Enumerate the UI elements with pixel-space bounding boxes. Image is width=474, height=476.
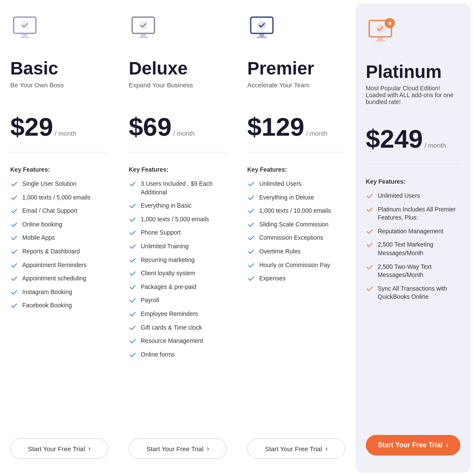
check-icon — [247, 207, 255, 215]
feature-text: Reports & Dashboard — [22, 247, 80, 256]
deluxe-price-amount: $69 — [129, 112, 172, 142]
feature-text: Unlimited Training — [141, 242, 189, 251]
feature-text: 3 Users Included , $9 Each Additional — [141, 180, 227, 196]
basic-monitor-icon — [10, 14, 44, 48]
feature-text: Email / Chat Support — [22, 207, 77, 215]
check-icon — [247, 262, 255, 269]
list-item: Commission Exceptions — [247, 234, 345, 242]
pricing-grid: BasicBe Your Own Boss$29/ monthKey Featu… — [0, 0, 474, 476]
list-item: 2,500 Two-Way Text Messages/Month — [366, 263, 460, 280]
check-icon — [247, 180, 255, 188]
check-icon — [366, 263, 373, 271]
list-item: Unlimited Users — [247, 180, 345, 188]
list-item: Everything in Basic — [129, 202, 227, 210]
feature-text: Online booking — [22, 220, 62, 229]
feature-text: Resource Management — [141, 337, 203, 345]
list-item: Reputation Management — [366, 227, 460, 236]
list-item: 2,500 Text Marketing Messages/Month — [366, 241, 460, 257]
svg-rect-5 — [141, 33, 146, 37]
basic-trial-button-label: Start Your Free Trial — [28, 445, 85, 452]
feature-text: 2,500 Text Marketing Messages/Month — [378, 241, 460, 257]
list-item: Unlimited Users — [366, 192, 460, 200]
basic-plan-tagline: Be Your Own Boss — [10, 81, 108, 98]
platinum-plan-name: Platinum — [366, 62, 460, 82]
list-item: 3 Users Included , $9 Each Additional — [129, 180, 227, 196]
list-item: Platinum Includes All Premier Features, … — [366, 205, 460, 222]
check-icon — [10, 194, 18, 202]
feature-text: 2,500 Two-Way Text Messages/Month — [378, 263, 460, 280]
list-item: Employee Reminders — [129, 310, 227, 318]
list-item: Unlimited Training — [129, 242, 227, 251]
feature-text: 1,000 texts / 10,000 emails — [259, 207, 331, 215]
deluxe-plan-tagline: Expand Your Business — [129, 81, 227, 98]
svg-rect-2 — [20, 37, 30, 38]
check-icon — [129, 297, 136, 304]
premier-trial-button[interactable]: Start Your Free Trial› — [247, 438, 345, 459]
list-item: Gift cards & Time clock — [129, 324, 227, 332]
list-item: Expenses — [247, 274, 345, 283]
list-item: Sliding Scale Commission — [247, 220, 345, 229]
premier-plan-tagline: Accelerate Your Team — [247, 81, 345, 98]
list-item: Sync All Transactions with QuickBooks On… — [366, 285, 460, 301]
check-icon — [129, 270, 136, 277]
plan-col-basic: BasicBe Your Own Boss$29/ monthKey Featu… — [0, 0, 118, 476]
feature-text: Gift cards & Time clock — [141, 324, 202, 332]
check-icon — [247, 248, 255, 256]
check-icon — [10, 248, 18, 256]
chevron-right-icon: › — [89, 445, 91, 452]
list-item: Online booking — [10, 220, 108, 229]
list-item: Mobile Apps — [10, 234, 108, 242]
check-icon — [247, 221, 255, 229]
deluxe-price-row: $69/ month — [129, 112, 227, 152]
premier-price-period: / month — [306, 130, 327, 137]
feature-text: Online forms — [141, 351, 175, 359]
list-item: Overtime Rules — [247, 247, 345, 256]
feature-text: Overtime Rules — [259, 247, 300, 256]
feature-text: Mobile Apps — [22, 234, 55, 242]
feature-text: 1,000 texts / 5,000 emails — [141, 215, 209, 224]
feature-text: Expenses — [259, 274, 285, 283]
premier-monitor-icon — [247, 14, 281, 48]
check-icon — [247, 234, 255, 242]
basic-trial-button[interactable]: Start Your Free Trial› — [10, 438, 108, 459]
premier-plan-name: Premier — [247, 58, 345, 79]
svg-rect-13 — [378, 37, 383, 40]
plan-col-platinum: ★ PlatinumMost Popular Cloud Edition! Lo… — [356, 3, 471, 473]
check-icon — [366, 228, 373, 235]
feature-text: Packages & pre-paid — [141, 283, 196, 292]
list-item: Email / Chat Support — [10, 207, 108, 215]
chevron-right-icon: › — [326, 445, 328, 452]
list-item: Payroll — [129, 296, 227, 305]
deluxe-trial-button[interactable]: Start Your Free Trial› — [129, 438, 227, 459]
feature-text: 1,000 texts / 5,000 emails — [22, 193, 91, 202]
svg-text:★: ★ — [387, 20, 393, 27]
feature-text: Sliding Scale Commission — [259, 220, 329, 229]
plan-col-deluxe: DeluxeExpand Your Business$69/ monthKey … — [118, 0, 237, 476]
platinum-plan-tagline: Most Popular Cloud Edition! Loaded with … — [366, 85, 460, 110]
check-icon — [129, 202, 136, 210]
list-item: Hourly or Commission Pay — [247, 261, 345, 270]
platinum-price-amount: $249 — [366, 124, 423, 154]
svg-rect-1 — [22, 33, 27, 37]
chevron-right-icon: › — [207, 445, 209, 452]
platinum-trial-button[interactable]: Start Your Free Trial› — [366, 435, 460, 455]
platinum-features-list: Unlimited Users Platinum Includes All Pr… — [366, 192, 460, 421]
list-item: Instagram Booking — [10, 288, 108, 297]
list-item: Appointment scheduling — [10, 274, 108, 283]
feature-text: Payroll — [141, 296, 159, 305]
platinum-price-row: $249/ month — [366, 124, 460, 164]
basic-price-period: / month — [55, 130, 76, 137]
check-icon — [366, 192, 373, 200]
feature-text: Unlimited Users — [259, 180, 302, 188]
check-icon — [247, 275, 255, 283]
feature-text: Commission Exceptions — [259, 234, 323, 242]
list-item: Online forms — [129, 351, 227, 359]
check-icon — [10, 221, 18, 229]
feature-text: Phone Support — [141, 229, 181, 237]
check-icon — [129, 256, 136, 264]
check-icon — [247, 194, 255, 202]
check-icon — [366, 285, 373, 293]
check-icon — [366, 241, 373, 249]
list-item: Reports & Dashboard — [10, 247, 108, 256]
list-item: Client loyalty system — [129, 269, 227, 278]
